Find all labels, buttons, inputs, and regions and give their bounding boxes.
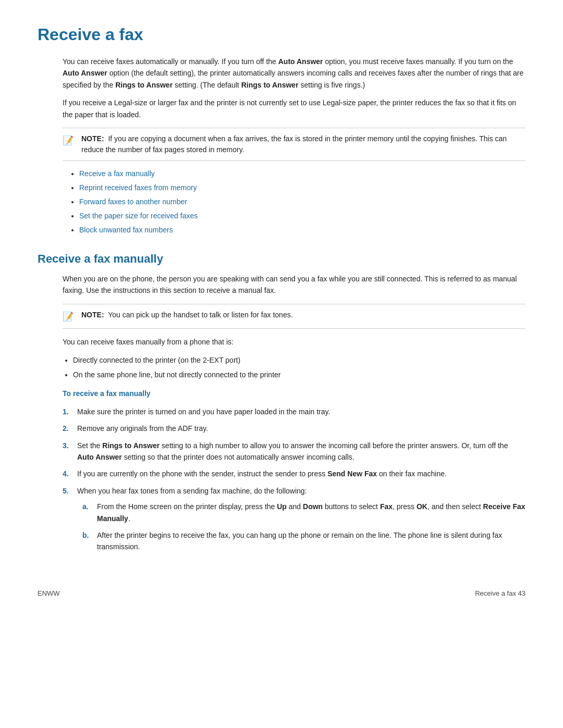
subsection-para-1: When you are on the phone, the person yo… (63, 273, 525, 297)
note-text-2: NOTE: You can pick up the handset to tal… (81, 310, 293, 320)
step-1: 1. Make sure the printer is turned on an… (63, 406, 525, 417)
step-text-3: Set the Rings to Answer setting to a hig… (77, 440, 525, 463)
steps-list: 1. Make sure the printer is turned on an… (63, 406, 525, 558)
list-item: Directly connected to the printer (on th… (73, 354, 525, 366)
bold-auto-answer-2: Auto Answer (63, 69, 107, 77)
step-text-4: If you are currently on the phone with t… (77, 468, 447, 479)
note-block-1: 📝 NOTE: If you are copying a document wh… (63, 128, 525, 161)
page-title: Receive a fax (38, 25, 525, 44)
substep-a: a. From the Home screen on the printer d… (82, 501, 525, 524)
link-receive-manually[interactable]: Receive a fax manually (79, 169, 155, 178)
page-footer: ENWW Receive a fax 43 (38, 589, 525, 597)
link-forward-faxes[interactable]: Forward faxes to another number (79, 198, 187, 206)
subsection-body-2: You can receive faxes manually from a ph… (63, 336, 525, 348)
list-item: Block unwanted fax numbers (79, 225, 525, 236)
step-num-4: 4. (63, 468, 72, 479)
substep-b: b. After the printer begins to receive t… (82, 529, 525, 553)
subsection-title-1: Receive a fax manually (38, 252, 525, 266)
step-num-3: 3. (63, 440, 72, 463)
step-num-5: 5. (63, 485, 72, 558)
step-text-1: Make sure the printer is turned on and y… (77, 406, 330, 417)
link-block-numbers[interactable]: Block unwanted fax numbers (79, 226, 173, 234)
subsection-body-1: When you are on the phone, the person yo… (63, 273, 525, 297)
procedure-title: To receive a fax manually (63, 388, 525, 399)
list-item: Receive a fax manually (79, 168, 525, 179)
footer-left: ENWW (38, 589, 60, 597)
list-item: Reprint received faxes from memory (79, 182, 525, 193)
step-5: 5. When you hear fax tones from a sendin… (63, 485, 525, 558)
substep-letter-a: a. (82, 501, 92, 524)
step-2: 2. Remove any originals from the ADF tra… (63, 423, 525, 434)
note-icon-2: 📝 (63, 310, 77, 324)
link-paper-size[interactable]: Set the paper size for received faxes (79, 212, 198, 220)
note-icon-1: 📝 (63, 134, 77, 147)
step-text-2: Remove any originals from the ADF tray. (77, 423, 208, 434)
intro-block: You can receive faxes automatically or m… (63, 56, 525, 120)
step-3: 3. Set the Rings to Answer setting to a … (63, 440, 525, 463)
phone-bullet-list: Directly connected to the printer (on th… (63, 354, 525, 381)
list-item: On the same phone line, but not directly… (73, 369, 525, 380)
phone-intro-text: You can receive faxes manually from a ph… (63, 336, 525, 348)
bold-rings-to-answer-2: Rings to Answer (241, 81, 299, 89)
list-item: Set the paper size for received faxes (79, 211, 525, 221)
step-num-1: 1. (63, 406, 72, 417)
link-reprint-faxes[interactable]: Reprint received faxes from memory (79, 183, 197, 192)
intro-paragraph-1: You can receive faxes automatically or m… (63, 56, 525, 91)
substep-text-a: From the Home screen on the printer disp… (97, 501, 525, 524)
step-4: 4. If you are currently on the phone wit… (63, 468, 525, 479)
footer-right: Receive a fax 43 (475, 589, 525, 597)
list-item: Forward faxes to another number (79, 196, 525, 207)
note-block-2: 📝 NOTE: You can pick up the handset to t… (63, 304, 525, 329)
note-text-1: NOTE: If you are copying a document when… (81, 133, 525, 155)
link-list: Receive a fax manually Reprint received … (79, 168, 525, 236)
substeps-list: a. From the Home screen on the printer d… (82, 501, 525, 553)
procedure-section: To receive a fax manually (63, 388, 525, 399)
substep-text-b: After the printer begins to receive the … (97, 529, 525, 553)
intro-paragraph-2: If you receive a Legal-size or larger fa… (63, 97, 525, 120)
bold-rings-to-answer-1: Rings to Answer (115, 81, 173, 89)
step-num-2: 2. (63, 423, 72, 434)
substep-letter-b: b. (82, 529, 92, 553)
bold-auto-answer-1: Auto Answer (278, 57, 323, 66)
step-text-5: When you hear fax tones from a sending f… (77, 485, 525, 558)
